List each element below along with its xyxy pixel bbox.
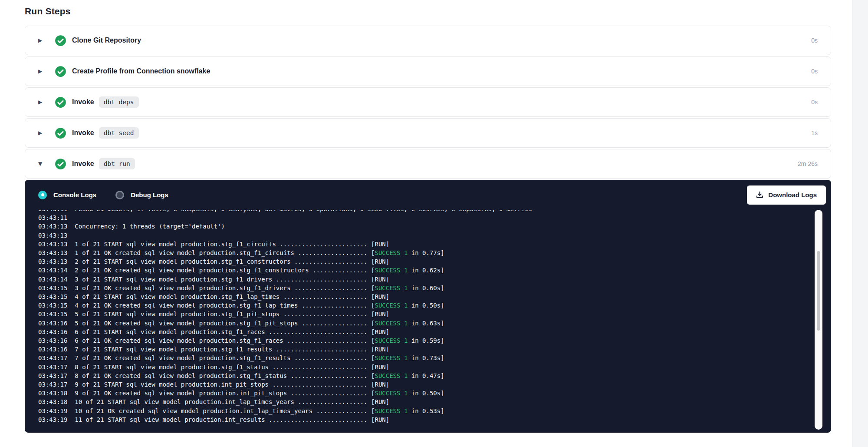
success-status: SUCCESS 1 (375, 267, 408, 274)
radio-selected-icon[interactable] (38, 191, 47, 199)
success-status: SUCCESS 1 (375, 337, 408, 344)
log-line: 03:43:19 10 of 21 OK created sql view mo… (38, 407, 831, 415)
success-status: SUCCESS 1 (375, 302, 408, 309)
success-check-icon (55, 66, 66, 77)
step-label: Clone Git Repository (72, 36, 141, 44)
step-command-badge: dbt run (99, 158, 135, 169)
step-row[interactable]: ▶Invokedbt deps0s (25, 87, 831, 117)
log-line: 03:43:17 7 of 21 OK created sql view mod… (38, 354, 831, 362)
success-check-icon (55, 35, 66, 46)
log-line: 03:43:17 8 of 21 OK created sql view mod… (38, 371, 831, 380)
success-status: SUCCESS 1 (375, 390, 408, 397)
chevron-right-icon[interactable]: ▶ (38, 68, 45, 74)
debug-logs-radio[interactable]: Debug Logs (115, 191, 168, 199)
log-line: 03:43:13 2 of 21 START sql view model pr… (38, 257, 831, 266)
success-status: SUCCESS 1 (375, 407, 408, 414)
debug-logs-label: Debug Logs (131, 191, 168, 199)
step-row[interactable]: ▼Invokedbt run2m 26s (25, 149, 831, 179)
log-line: 03:43:18 9 of 21 OK created sql view mod… (38, 389, 831, 397)
download-logs-label: Download Logs (768, 191, 817, 199)
step-command-badge: dbt deps (99, 96, 139, 108)
step-label: Invoke (72, 129, 94, 137)
console-log-viewport[interactable]: 03:43:11 Found 21 models, 17 tests, 0 sn… (25, 210, 831, 430)
log-line: 03:43:13 1 of 21 START sql view model pr… (38, 240, 831, 248)
download-icon (756, 191, 763, 199)
log-line: 03:43:15 4 of 21 OK created sql view mod… (38, 301, 831, 310)
step-row[interactable]: ▶Create Profile from Connection snowflak… (25, 56, 831, 86)
step-label: Invoke (72, 98, 94, 106)
log-scrollbar-thumb[interactable] (817, 251, 820, 331)
chevron-right-icon[interactable]: ▶ (38, 37, 45, 43)
log-line: 03:43:15 3 of 21 OK created sql view mod… (38, 284, 831, 292)
download-logs-button[interactable]: Download Logs (747, 185, 826, 205)
log-line: 03:43:16 6 of 21 OK created sql view mod… (38, 336, 831, 345)
step-duration: 0s (811, 37, 818, 44)
success-status: SUCCESS 1 (375, 249, 408, 256)
step-label: Invoke (72, 160, 94, 168)
console-header: Console Logs Debug Logs Download Logs (25, 180, 831, 210)
success-status: SUCCESS 1 (375, 285, 408, 291)
log-line: 03:43:11 Found 21 models, 17 tests, 0 sn… (38, 210, 831, 213)
success-check-icon (55, 158, 66, 170)
log-line: 03:43:16 5 of 21 OK created sql view mod… (38, 319, 831, 328)
log-line: 03:43:13 (38, 231, 831, 240)
chevron-right-icon[interactable]: ▶ (38, 99, 45, 105)
page-title: Run Steps (25, 6, 831, 17)
right-page-gutter (852, 0, 868, 447)
success-check-icon (55, 96, 66, 108)
step-label: Create Profile from Connection snowflake (72, 67, 210, 75)
chevron-down-icon[interactable]: ▼ (38, 161, 45, 167)
log-scrollbar-track[interactable] (815, 210, 822, 430)
step-row[interactable]: ▶Clone Git Repository0s (25, 26, 831, 55)
log-line: 03:43:15 4 of 21 START sql view model pr… (38, 292, 831, 301)
log-line: 03:43:16 7 of 21 START sql view model pr… (38, 345, 831, 354)
log-line: 03:43:14 3 of 21 START sql view model pr… (38, 275, 831, 284)
console-logs-radio[interactable]: Console Logs (38, 191, 96, 199)
log-line: 03:43:11 (38, 213, 831, 222)
success-status: SUCCESS 1 (375, 372, 408, 379)
step-duration: 1s (811, 129, 818, 136)
step-duration: 2m 26s (798, 160, 818, 167)
log-line: 03:43:13 Concurrency: 1 threads (target=… (38, 222, 831, 231)
step-duration: 0s (811, 99, 818, 106)
success-check-icon (55, 127, 66, 139)
console-logs-label: Console Logs (53, 191, 96, 199)
success-status: SUCCESS 1 (375, 354, 408, 361)
success-status: SUCCESS 1 (375, 320, 408, 327)
chevron-right-icon[interactable]: ▶ (38, 130, 45, 136)
log-line: 03:43:14 2 of 21 OK created sql view mod… (38, 266, 831, 275)
log-line: 03:43:19 11 of 21 START sql view model p… (38, 415, 831, 424)
log-line: 03:43:15 5 of 21 START sql view model pr… (38, 310, 831, 318)
step-command-badge: dbt seed (99, 127, 139, 139)
step-duration: 0s (811, 68, 818, 75)
console-log-lines: 03:43:11 Found 21 models, 17 tests, 0 sn… (25, 210, 831, 424)
run-steps-page: Run Steps ▶Clone Git Repository0s▶Create… (0, 0, 831, 433)
log-line: 03:43:18 10 of 21 START sql view model p… (38, 397, 831, 406)
log-line: 03:43:17 8 of 21 START sql view model pr… (38, 363, 831, 371)
radio-unselected-icon[interactable] (115, 191, 124, 199)
log-line: 03:43:17 9 of 21 START sql view model pr… (38, 380, 831, 389)
run-steps-list: ▶Clone Git Repository0s▶Create Profile f… (25, 26, 831, 179)
log-line: 03:43:16 6 of 21 START sql view model pr… (38, 328, 831, 336)
step-row[interactable]: ▶Invokedbt seed1s (25, 118, 831, 148)
log-line: 03:43:13 1 of 21 OK created sql view mod… (38, 248, 831, 257)
console-log-panel: Console Logs Debug Logs Download Logs 03… (25, 180, 831, 433)
